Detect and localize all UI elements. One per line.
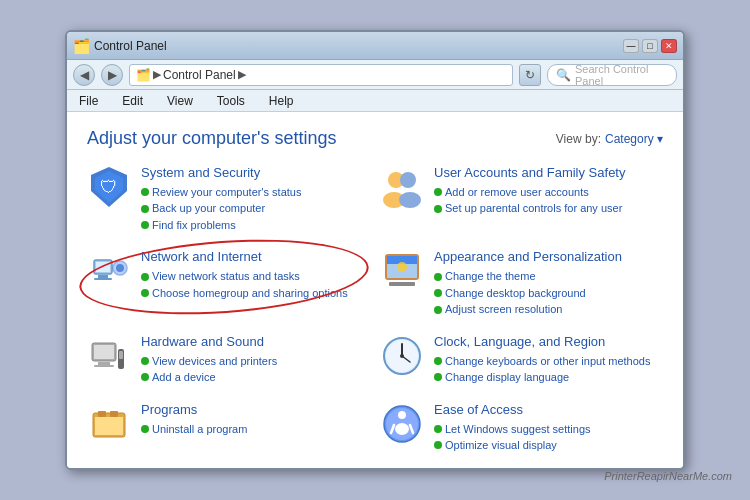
bullet-icon xyxy=(434,205,442,213)
title-bar: 🗂️ Control Panel — □ ✕ xyxy=(67,32,683,60)
ease-icon xyxy=(380,402,424,446)
svg-point-4 xyxy=(400,172,416,188)
hardware-content: Hardware and Sound View devices and prin… xyxy=(141,334,370,386)
svg-rect-21 xyxy=(94,365,114,367)
clock-icon xyxy=(380,334,424,378)
category-programs: Programs Uninstall a program xyxy=(87,402,370,454)
refresh-button[interactable]: ↻ xyxy=(519,64,541,86)
clock-link-0[interactable]: Change keyboards or other input methods xyxy=(434,353,663,370)
category-hardware: Hardware and Sound View devices and prin… xyxy=(87,334,370,386)
menu-bar: File Edit View Tools Help xyxy=(67,90,683,112)
bullet-icon xyxy=(141,289,149,297)
programs-icon xyxy=(87,402,131,446)
category-ease-of-access: Ease of Access Let Windows suggest setti… xyxy=(380,402,663,454)
network-link-1[interactable]: Choose homegroup and sharing options xyxy=(141,285,370,302)
content-header: Adjust your computer's settings View by:… xyxy=(87,128,663,149)
programs-title[interactable]: Programs xyxy=(141,402,370,419)
minimize-button[interactable]: — xyxy=(623,39,639,53)
main-window: 🗂️ Control Panel — □ ✕ ◀ ▶ 🗂️ ▶ Control … xyxy=(65,30,685,470)
clock-link-1[interactable]: Change display language xyxy=(434,369,663,386)
maximize-button[interactable]: □ xyxy=(642,39,658,53)
page-title: Adjust your computer's settings xyxy=(87,128,337,149)
address-field[interactable]: 🗂️ ▶ Control Panel ▶ xyxy=(129,64,513,86)
svg-rect-32 xyxy=(110,411,118,417)
ease-link-0[interactable]: Let Windows suggest settings xyxy=(434,421,663,438)
category-user-accounts: User Accounts and Family Safety Add or r… xyxy=(380,165,663,233)
programs-content: Programs Uninstall a program xyxy=(141,402,370,437)
svg-point-12 xyxy=(116,264,124,272)
svg-rect-31 xyxy=(98,411,106,417)
hardware-link-1[interactable]: Add a device xyxy=(141,369,370,386)
system-security-link-0[interactable]: Review your computer's status xyxy=(141,184,370,201)
category-system-security: 🛡 System and Security Review your comput… xyxy=(87,165,370,233)
bullet-icon xyxy=(141,357,149,365)
categories-grid: 🛡 System and Security Review your comput… xyxy=(87,165,663,454)
view-by-label: View by: xyxy=(556,132,601,146)
bullet-icon xyxy=(434,273,442,281)
network-link-0[interactable]: View network status and tasks xyxy=(141,268,370,285)
breadcrumb-text: Control Panel xyxy=(163,68,236,82)
ease-content: Ease of Access Let Windows suggest setti… xyxy=(434,402,663,454)
appearance-title[interactable]: Appearance and Personalization xyxy=(434,249,663,266)
svg-rect-20 xyxy=(98,362,110,365)
svg-rect-19 xyxy=(94,345,114,359)
programs-link-0[interactable]: Uninstall a program xyxy=(141,421,370,438)
search-placeholder: Search Control Panel xyxy=(575,63,668,87)
search-icon: 🔍 xyxy=(556,68,571,82)
category-appearance: Appearance and Personalization Change th… xyxy=(380,249,663,317)
clock-title[interactable]: Clock, Language, and Region xyxy=(434,334,663,351)
hardware-icon xyxy=(87,334,131,378)
hardware-title[interactable]: Hardware and Sound xyxy=(141,334,370,351)
svg-point-28 xyxy=(400,354,404,358)
svg-rect-9 xyxy=(98,275,108,278)
user-accounts-icon xyxy=(380,165,424,209)
bullet-icon xyxy=(434,289,442,297)
appearance-icon xyxy=(380,249,424,293)
category-network-internet: Network and Internet View network status… xyxy=(87,249,370,317)
ease-link-1[interactable]: Optimize visual display xyxy=(434,437,663,454)
menu-edit[interactable]: Edit xyxy=(118,92,147,110)
user-accounts-link-0[interactable]: Add or remove user accounts xyxy=(434,184,663,201)
menu-tools[interactable]: Tools xyxy=(213,92,249,110)
user-accounts-title[interactable]: User Accounts and Family Safety xyxy=(434,165,663,182)
title-bar-left: 🗂️ Control Panel xyxy=(73,38,167,54)
system-security-link-1[interactable]: Back up your computer xyxy=(141,200,370,217)
forward-button[interactable]: ▶ xyxy=(101,64,123,86)
system-security-content: System and Security Review your computer… xyxy=(141,165,370,233)
back-button[interactable]: ◀ xyxy=(73,64,95,86)
folder-icon: 🗂️ xyxy=(136,68,151,82)
appearance-link-2[interactable]: Adjust screen resolution xyxy=(434,301,663,318)
content-area: Adjust your computer's settings View by:… xyxy=(67,112,683,468)
svg-rect-10 xyxy=(94,278,112,280)
system-security-title[interactable]: System and Security xyxy=(141,165,370,182)
view-by-dropdown[interactable]: Category ▾ xyxy=(605,132,663,146)
bullet-icon xyxy=(141,205,149,213)
svg-point-35 xyxy=(398,411,406,419)
bullet-icon xyxy=(141,188,149,196)
bullet-icon xyxy=(434,441,442,449)
hardware-link-0[interactable]: View devices and printers xyxy=(141,353,370,370)
system-security-link-2[interactable]: Find fix problems xyxy=(141,217,370,234)
svg-text:🛡: 🛡 xyxy=(100,177,118,197)
svg-rect-16 xyxy=(389,282,415,286)
search-box[interactable]: 🔍 Search Control Panel xyxy=(547,64,677,86)
view-by-control: View by: Category ▾ xyxy=(556,132,663,146)
menu-file[interactable]: File xyxy=(75,92,102,110)
bullet-icon xyxy=(141,425,149,433)
menu-help[interactable]: Help xyxy=(265,92,298,110)
close-button[interactable]: ✕ xyxy=(661,39,677,53)
category-clock: Clock, Language, and Region Change keybo… xyxy=(380,334,663,386)
network-title[interactable]: Network and Internet xyxy=(141,249,370,266)
bullet-icon xyxy=(434,357,442,365)
user-accounts-link-1[interactable]: Set up parental controls for any user xyxy=(434,200,663,217)
ease-title[interactable]: Ease of Access xyxy=(434,402,663,419)
breadcrumb: 🗂️ ▶ Control Panel ▶ xyxy=(136,68,246,82)
svg-point-6 xyxy=(399,192,421,208)
bullet-icon xyxy=(434,188,442,196)
menu-view[interactable]: View xyxy=(163,92,197,110)
appearance-link-1[interactable]: Change desktop background xyxy=(434,285,663,302)
appearance-link-0[interactable]: Change the theme xyxy=(434,268,663,285)
svg-rect-30 xyxy=(95,417,123,435)
clock-content: Clock, Language, and Region Change keybo… xyxy=(434,334,663,386)
svg-rect-23 xyxy=(119,351,123,359)
